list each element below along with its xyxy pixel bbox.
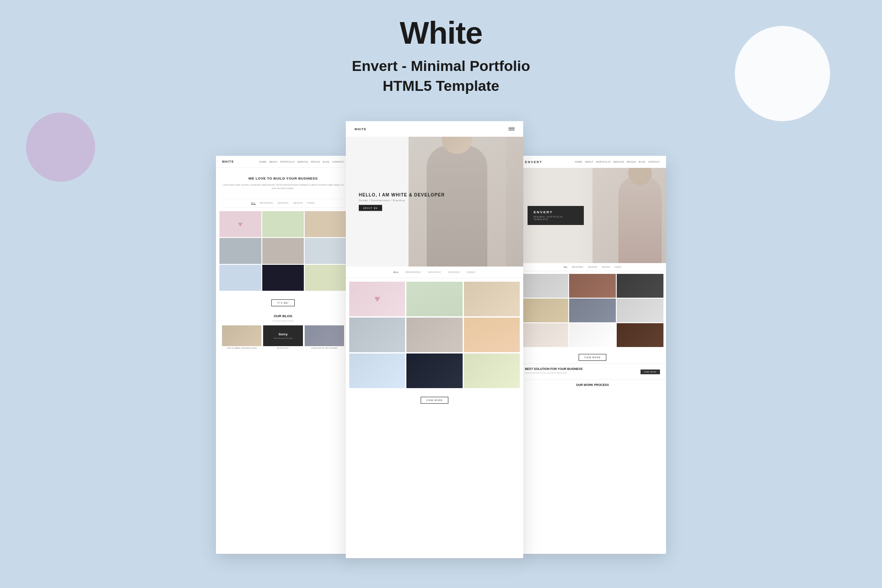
- nav-link-portfolio[interactable]: PORTFOLIO: [280, 161, 294, 163]
- right-hero-bg: [592, 168, 666, 263]
- grid-item-6[interactable]: [305, 238, 347, 264]
- blog-grid: THE ULTIMATE REVIEWS GUIDE Sorry The vid…: [222, 325, 344, 356]
- filter-tab-graphic[interactable]: GRAPHIC: [277, 202, 289, 205]
- blog-subtitle: Lorem ipsum dolor sit amet: [222, 320, 344, 322]
- right-grid-2[interactable]: [569, 274, 616, 298]
- right-nav-contact[interactable]: CONTACT: [648, 161, 660, 163]
- filter-tab-video[interactable]: VIDEO: [307, 202, 315, 205]
- right-grid-1[interactable]: [521, 274, 568, 298]
- left-more-button[interactable]: IT'S ME!: [271, 299, 294, 306]
- right-more-container: VIEW MORE: [519, 350, 666, 363]
- right-brand: ENVERT: [534, 210, 578, 214]
- right-filter-video[interactable]: VIDEO: [615, 266, 621, 268]
- blog-caption-1: THE ULTIMATE REVIEWS GUIDE: [222, 346, 261, 350]
- grid-item-9[interactable]: [305, 265, 347, 291]
- blog-item-1[interactable]: THE ULTIMATE REVIEWS GUIDE: [222, 325, 261, 356]
- right-filter-graphic[interactable]: GRAPHIC: [588, 266, 598, 268]
- grid-item-8[interactable]: [262, 265, 304, 291]
- page-title: White: [352, 17, 530, 48]
- right-grid-7[interactable]: [521, 323, 568, 347]
- blog-img-1: [222, 325, 261, 346]
- left-hero: WE LOVE TO BUILD YOUR BUSINESS Lorem ips…: [216, 168, 350, 199]
- center-filter-graphic[interactable]: GRAPHIC: [428, 271, 441, 273]
- left-more-btn-container: IT'S ME!: [216, 294, 350, 310]
- grid-item-3[interactable]: [305, 211, 347, 237]
- center-grid-3[interactable]: [464, 282, 520, 316]
- right-filter-design[interactable]: DESIGN: [602, 266, 610, 268]
- nav-link-about[interactable]: ABOUT: [269, 161, 278, 163]
- hero-cta-button[interactable]: ABOUT ME: [359, 205, 382, 211]
- blog-img-2: Sorry The video does not exist: [263, 325, 303, 346]
- grid-item-4[interactable]: [219, 238, 261, 264]
- hero-sub: Design / Entertainment / Branding: [359, 199, 445, 202]
- center-grid-4[interactable]: [349, 318, 405, 352]
- center-filter-design[interactable]: DESIGN: [448, 271, 460, 273]
- center-more-container: VIEW MORE: [346, 392, 523, 407]
- nav-link-blog[interactable]: BLOG: [323, 161, 330, 163]
- blog-section: OUR BLOG Lorem ipsum dolor sit amet THE …: [216, 310, 350, 360]
- nav-link-contact[interactable]: CONTACT: [332, 161, 344, 163]
- left-hero-text: Lorem ipsum dolor sit amet, consectetur …: [222, 183, 344, 190]
- grid-item-7[interactable]: [219, 265, 261, 291]
- left-nav-logo: WHITE: [222, 160, 234, 163]
- center-filter-video[interactable]: VIDEO: [467, 271, 476, 273]
- right-nav-prices[interactable]: PRICES: [627, 161, 636, 163]
- right-grid-6[interactable]: [617, 299, 663, 322]
- left-portfolio-grid: [216, 208, 350, 294]
- blog-item-2[interactable]: Sorry The video does not exist BLOG POST: [263, 325, 303, 356]
- right-grid-5[interactable]: [569, 299, 616, 322]
- center-grid-8[interactable]: [406, 353, 462, 388]
- right-filter-all[interactable]: ALL: [564, 266, 568, 268]
- sorry-subtitle: The video does not exist: [272, 337, 293, 339]
- right-grid-3[interactable]: [617, 274, 663, 298]
- right-solution-section: BEST SOLUTION FOR YOUR BUSINESS Lorem ip…: [519, 363, 666, 379]
- center-grid-5[interactable]: [406, 318, 462, 352]
- center-filter-all[interactable]: ALL: [393, 271, 399, 273]
- center-filter-branding[interactable]: BRANDING: [406, 271, 421, 273]
- left-nav: WHITE HOME ABOUT PORTFOLIO SERVICE PRICE…: [216, 156, 350, 168]
- right-nav-blog[interactable]: BLOG: [639, 161, 646, 163]
- right-nav-service[interactable]: SERVICE: [613, 161, 624, 163]
- grid-item-1[interactable]: [219, 211, 261, 237]
- center-more-button[interactable]: VIEW MORE: [421, 397, 448, 404]
- subtitle-line1: Envert - Minimal Portfolio: [352, 56, 530, 76]
- right-solution-button[interactable]: READ MORE: [641, 370, 660, 374]
- filter-tab-design[interactable]: DESIGN: [293, 202, 303, 205]
- filter-tab-all[interactable]: ALL: [251, 202, 255, 205]
- subtitle-line2: HTML5 Template: [352, 76, 530, 96]
- left-screenshot: WHITE HOME ABOUT PORTFOLIO SERVICE PRICE…: [216, 156, 350, 554]
- left-nav-links: HOME ABOUT PORTFOLIO SERVICE PRICES BLOG…: [259, 161, 344, 163]
- right-more-button[interactable]: VIEW MORE: [579, 354, 606, 361]
- right-hero: ENVERT MINIMAL PORTFOLIO TEMPLATE: [519, 168, 666, 263]
- right-solution-text-area: BEST SOLUTION FOR YOUR BUSINESS Lorem ip…: [525, 367, 583, 376]
- right-process-section: OUR WORK PROCESS: [519, 379, 666, 390]
- nav-link-prices[interactable]: PRICES: [311, 161, 320, 163]
- filter-tab-branding[interactable]: BRANDING: [260, 202, 273, 205]
- right-grid-9[interactable]: [617, 323, 663, 347]
- right-nav: ENVERT HOME ABOUT PORTFOLIO SERVICE PRIC…: [519, 156, 666, 168]
- blog-caption-3: LIVING BIG IN TINY HOUSES: [305, 346, 344, 350]
- center-grid-9[interactable]: [464, 353, 520, 388]
- right-grid-4[interactable]: [521, 299, 568, 322]
- right-filter-branding[interactable]: BRANDING: [572, 266, 583, 268]
- center-grid-2[interactable]: [406, 282, 462, 316]
- grid-item-5[interactable]: [262, 238, 304, 264]
- hamburger-menu[interactable]: [509, 127, 515, 131]
- center-grid-6[interactable]: [464, 318, 520, 352]
- right-brand-sub: MINIMAL PORTFOLIO TEMPLATE: [534, 215, 578, 221]
- left-filter-tabs: ALL BRANDING GRAPHIC DESIGN VIDEO: [222, 199, 344, 208]
- right-nav-home[interactable]: HOME: [575, 161, 583, 163]
- right-nav-about[interactable]: ABOUT: [585, 161, 594, 163]
- center-grid-1[interactable]: ♥: [349, 282, 405, 316]
- right-person-head: [628, 168, 652, 185]
- blog-title: OUR BLOG: [222, 314, 344, 318]
- right-grid-8[interactable]: [569, 323, 616, 347]
- nav-link-home[interactable]: HOME: [259, 161, 267, 163]
- nav-link-service[interactable]: SERVICE: [297, 161, 308, 163]
- center-grid-7[interactable]: [349, 353, 405, 388]
- grid-item-2[interactable]: [262, 211, 304, 237]
- blog-item-3[interactable]: LIVING BIG IN TINY HOUSES: [305, 325, 344, 356]
- screenshots-area: WHITE HOME ABOUT PORTFOLIO SERVICE PRICE…: [22, 121, 860, 579]
- hero-person-head: [442, 137, 472, 154]
- right-nav-portfolio[interactable]: PORTFOLIO: [596, 161, 610, 163]
